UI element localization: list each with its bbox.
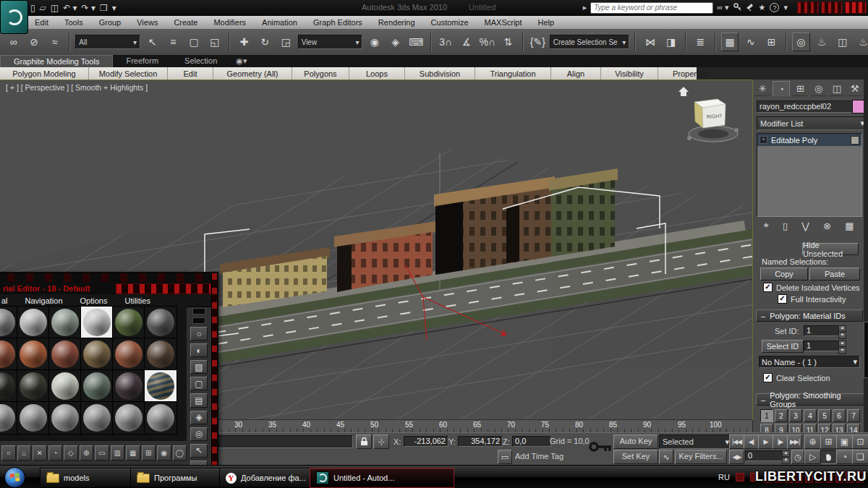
video-color-check-icon[interactable]: ▤ [190, 393, 208, 407]
frame-spinner[interactable]: ▲▼ [782, 450, 790, 464]
paste-button[interactable]: Paste [809, 267, 860, 281]
utilities-tab-icon[interactable]: ⚒ [847, 81, 863, 96]
material-slot[interactable] [0, 370, 17, 402]
schematic-view-icon[interactable]: ⊞ [762, 33, 780, 51]
clear-selection-checkbox[interactable]: ✓Clear Selection [763, 373, 830, 382]
material-slot[interactable] [17, 338, 49, 370]
qat-customize-icon[interactable]: ▾ [112, 3, 116, 13]
display-tab-icon[interactable]: ◫ [829, 81, 845, 96]
named-selection-set-dropdown[interactable]: Create Selection Se▾ [550, 35, 630, 49]
taskbar-button-browser[interactable]: Y Добавление фа... [219, 468, 319, 488]
motion-tab-icon[interactable]: ◎ [811, 81, 827, 96]
modifier-stack[interactable]: + Editable Poly [757, 133, 862, 217]
material-slot[interactable] [81, 370, 113, 402]
menu-rendering[interactable]: Rendering [378, 18, 415, 27]
sg-button-7[interactable]: 7 [847, 409, 860, 422]
reference-coordinate-dropdown[interactable]: View▾ [298, 35, 363, 49]
zoom-extents-icon[interactable]: ▣ [836, 435, 853, 449]
sg-button-3[interactable]: 3 [789, 409, 802, 422]
full-interactivity-checkbox[interactable]: ✓Full Interactivity [778, 294, 846, 304]
sg-button-4[interactable]: 4 [804, 409, 817, 422]
drag-mode-icon[interactable] [192, 317, 205, 324]
menu-maxscript[interactable]: MAXScript [485, 18, 522, 27]
selection-lock-icon[interactable] [356, 435, 372, 449]
z-coord-field[interactable]: 0,0 [512, 436, 551, 447]
hierarchy-tab-icon[interactable]: ⊞ [792, 81, 808, 96]
key-mode-toggle-icon[interactable]: ◀▶ [729, 450, 744, 464]
taskbar-button-models[interactable]: models [40, 468, 140, 488]
material-slot[interactable] [49, 402, 81, 434]
minimize-button[interactable] [797, 1, 819, 14]
key-filters-button[interactable]: Key Filters... [675, 450, 727, 464]
material-slot[interactable] [17, 402, 49, 434]
go-to-start-button[interactable]: |◀◀ [729, 435, 744, 449]
make-unique-icon[interactable]: ◇ [64, 445, 78, 461]
undo-icon[interactable]: ↶ ▾ [63, 3, 77, 13]
set-id-field[interactable]: 1 [804, 325, 840, 336]
hide-unselected-button[interactable]: Hide Unselected [802, 243, 859, 255]
put-to-library-icon[interactable]: ⊕ [80, 445, 94, 461]
object-color-swatch[interactable] [852, 100, 864, 114]
material-slot[interactable] [145, 307, 176, 338]
infocenter-collapse-icon[interactable]: ▸ [583, 3, 587, 12]
absolute-offset-toggle-icon[interactable]: ⊹ [373, 435, 389, 449]
subtab-modify-selection[interactable]: Modify Selection [89, 67, 168, 80]
maximize-viewport-icon[interactable]: ❏ [852, 450, 868, 464]
show-map-in-viewport-icon[interactable]: ▥ [111, 445, 125, 461]
assign-to-selection-icon[interactable]: ✕ [33, 445, 47, 461]
backlight-icon[interactable]: ◐ [190, 343, 208, 357]
visibility-bulb-icon[interactable] [851, 136, 859, 145]
go-to-parent-icon[interactable]: ⊞ [142, 445, 156, 461]
default-in-out-tangent-icon[interactable]: ∿ [659, 450, 673, 464]
favorites-star-icon[interactable]: ★ [759, 3, 766, 12]
material-slot[interactable] [0, 402, 17, 434]
material-slot[interactable] [145, 338, 176, 370]
material-slot[interactable] [49, 338, 81, 370]
material-slot[interactable] [49, 370, 81, 402]
help-icon[interactable]: ? [770, 3, 779, 12]
configure-modifier-sets-icon[interactable]: ▦ [845, 221, 854, 231]
delete-isolated-vertices-checkbox[interactable]: ✓Delete Isolated Vertices [763, 283, 860, 292]
material-slot[interactable] [17, 370, 49, 402]
close-button[interactable] [845, 1, 867, 14]
material-slot-active[interactable] [145, 370, 176, 402]
modifier-list-dropdown[interactable]: Modifier List▾ [757, 116, 868, 130]
me-menu-options[interactable]: Options [80, 296, 108, 305]
zoom-icon[interactable]: ⊕ [804, 435, 821, 449]
reset-map-icon[interactable]: ◔ [48, 445, 63, 461]
select-id-spinner[interactable]: ▲▼ [838, 341, 846, 354]
selection-filter-dropdown[interactable]: All▾ [75, 35, 140, 49]
snaps-toggle-icon[interactable]: 3∩ [437, 33, 455, 51]
subscription-key-icon[interactable] [733, 3, 741, 12]
background-icon[interactable]: ▨ [190, 360, 208, 374]
subtab-edit[interactable]: Edit [168, 67, 213, 80]
zoom-all-icon[interactable]: ⊞ [820, 435, 837, 449]
go-forward-icon[interactable]: ◉ [157, 445, 171, 461]
material-slot[interactable] [17, 307, 49, 338]
viewport-label[interactable]: [ + ] [ Perspective ] [ Smooth + Highlig… [6, 83, 148, 92]
select-object-icon[interactable]: ↖ [143, 33, 161, 51]
menu-modifiers[interactable]: Modifiers [213, 18, 246, 27]
sample-uv-tiling-icon[interactable]: ▢ [190, 377, 208, 390]
graphite-modeling-toggle-icon[interactable]: ▦ [721, 33, 739, 51]
percent-snap-icon[interactable]: %∩ [478, 33, 496, 51]
save-file-icon[interactable]: ◫ [51, 3, 59, 13]
rollout-smoothing-groups[interactable]: –Polygon: Smoothing Groups [756, 393, 868, 406]
menu-animation[interactable]: Animation [262, 18, 297, 27]
me-menu-navigation[interactable]: Navigation [25, 296, 63, 305]
next-frame-button[interactable]: |▶ [773, 435, 788, 449]
curve-editor-icon[interactable]: ∿ [741, 33, 760, 51]
redo-icon[interactable]: ↷ ▾ [82, 3, 95, 13]
sg-button-5[interactable]: 5 [818, 409, 831, 422]
options-icon[interactable]: ◎ [190, 427, 208, 441]
material-editor-icon[interactable]: ◎ [792, 33, 810, 51]
language-indicator[interactable]: RU [718, 473, 730, 481]
project-folder-icon[interactable]: ❒ [100, 3, 108, 13]
material-id-name-dropdown[interactable]: No Name - ( 1 )▾ [759, 356, 860, 368]
material-slot[interactable] [0, 338, 17, 370]
make-unique-icon[interactable]: ⋁ [801, 221, 809, 231]
application-menu-button[interactable] [0, 0, 28, 34]
me-menu-utilities[interactable]: Utilities [124, 296, 150, 305]
subtab-subdivision[interactable]: Subdivision [405, 67, 475, 80]
open-file-icon[interactable]: ▱ [40, 3, 46, 13]
